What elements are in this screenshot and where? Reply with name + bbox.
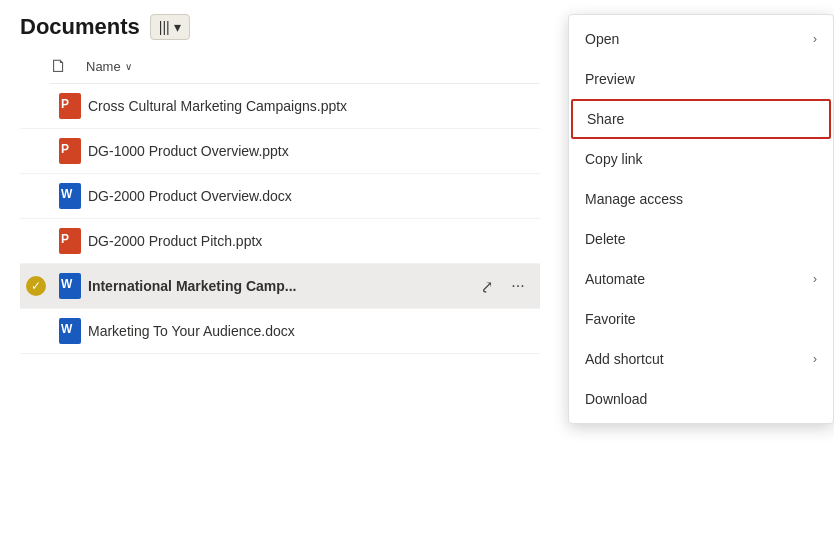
menu-item-manage-access[interactable]: Manage access	[569, 179, 833, 219]
list-item[interactable]: W Marketing To Your Audience.docx	[20, 309, 540, 354]
list-item[interactable]: W DG-2000 Product Overview.docx	[20, 174, 540, 219]
sort-icon: ∨	[125, 61, 132, 72]
page-title: Documents	[20, 14, 140, 40]
powerpoint-icon: P	[52, 227, 88, 255]
selected-check-icon: ✓	[26, 276, 46, 296]
menu-item-preview[interactable]: Preview	[569, 59, 833, 99]
menu-item-label: Add shortcut	[585, 351, 664, 367]
icon-column-header: 🗋	[50, 56, 86, 77]
list-item[interactable]: P Cross Cultural Marketing Campaigns.ppt…	[20, 84, 540, 129]
menu-item-add-shortcut[interactable]: Add shortcut›	[569, 339, 833, 379]
menu-item-delete[interactable]: Delete	[569, 219, 833, 259]
context-menu: Open›PreviewShareCopy linkManage accessD…	[568, 14, 834, 424]
menu-item-label: Preview	[585, 71, 635, 87]
more-options-button[interactable]: ···	[504, 272, 532, 300]
menu-item-label: Download	[585, 391, 647, 407]
list-item[interactable]: ✓ W International Marketing Camp...⤤···	[20, 264, 540, 309]
menu-item-automate[interactable]: Automate›	[569, 259, 833, 299]
name-column-header[interactable]: Name ∨	[86, 59, 132, 74]
menu-item-label: Favorite	[585, 311, 636, 327]
powerpoint-icon: P	[52, 137, 88, 165]
file-list-header: 🗋 Name ∨	[50, 50, 540, 84]
submenu-chevron-icon: ›	[813, 32, 817, 46]
share-button[interactable]: ⤤	[472, 272, 500, 300]
submenu-chevron-icon: ›	[813, 352, 817, 366]
file-rows-container: P Cross Cultural Marketing Campaigns.ppt…	[20, 84, 540, 354]
menu-item-label: Automate	[585, 271, 645, 287]
menu-item-label: Manage access	[585, 191, 683, 207]
menu-item-label: Copy link	[585, 151, 643, 167]
menu-item-label: Share	[587, 111, 624, 127]
file-name: International Marketing Camp...	[88, 278, 472, 294]
word-icon: W	[52, 317, 88, 345]
file-actions: ⤤···	[472, 272, 540, 300]
list-item[interactable]: P DG-1000 Product Overview.pptx	[20, 129, 540, 174]
menu-item-label: Open	[585, 31, 619, 47]
file-list: 🗋 Name ∨ P Cross Cultural Marketing Camp…	[0, 50, 560, 354]
view-chevron-icon: ▾	[174, 19, 181, 35]
menu-item-open[interactable]: Open›	[569, 19, 833, 59]
view-icon: |||	[159, 19, 170, 35]
menu-item-label: Delete	[585, 231, 625, 247]
submenu-chevron-icon: ›	[813, 272, 817, 286]
menu-item-share[interactable]: Share	[571, 99, 831, 139]
word-icon: W	[52, 182, 88, 210]
file-name: DG-1000 Product Overview.pptx	[88, 143, 540, 159]
file-name: DG-2000 Product Pitch.pptx	[88, 233, 540, 249]
document-icon: 🗋	[50, 56, 68, 76]
powerpoint-icon: P	[52, 92, 88, 120]
file-name: DG-2000 Product Overview.docx	[88, 188, 540, 204]
file-name: Marketing To Your Audience.docx	[88, 323, 540, 339]
word-icon: W	[52, 272, 88, 300]
list-item[interactable]: P DG-2000 Product Pitch.pptx	[20, 219, 540, 264]
file-name: Cross Cultural Marketing Campaigns.pptx	[88, 98, 540, 114]
check-area: ✓	[20, 276, 52, 296]
menu-item-download[interactable]: Download	[569, 379, 833, 419]
menu-item-copy-link[interactable]: Copy link	[569, 139, 833, 179]
view-toggle-button[interactable]: ||| ▾	[150, 14, 190, 40]
menu-item-favorite[interactable]: Favorite	[569, 299, 833, 339]
